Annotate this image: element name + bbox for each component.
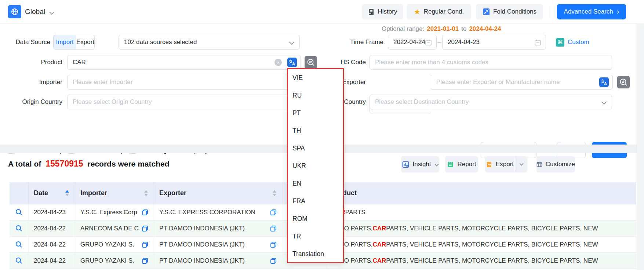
exporter-cell: PT DAMCO INDONESIA (JKT): [154, 253, 283, 269]
scrollbar-track[interactable]: [637, 24, 644, 270]
copy-icon[interactable]: [270, 225, 277, 232]
history-button-label: History: [378, 8, 397, 15]
region-selector-label[interactable]: Global: [25, 0, 45, 23]
date-cell: 2024-04-22: [29, 253, 75, 269]
calendar-icon: [425, 39, 432, 46]
insight-button[interactable]: BI Insight: [401, 156, 439, 172]
translate-language-dropdown: VIE RU PT TH SPA UKR EN FRA ROM TR Trans…: [287, 68, 344, 263]
chevron-down-icon: [519, 161, 523, 165]
copy-icon[interactable]: [270, 257, 277, 264]
importer-name[interactable]: GRUPO YAZAKI S.: [80, 241, 134, 248]
history-button[interactable]: History: [362, 4, 403, 19]
language-option[interactable]: FRA: [288, 192, 343, 210]
importer-name[interactable]: GRUPO YAZAKI S.: [80, 257, 134, 264]
language-option[interactable]: RU: [288, 87, 343, 104]
insight-label: Insight: [412, 161, 431, 168]
copy-icon[interactable]: [270, 209, 277, 216]
fold-conditions-button-label: Fold Conditions: [493, 8, 536, 15]
sort-importer-control[interactable]: [144, 190, 148, 196]
view-detail-icon[interactable]: [15, 208, 23, 216]
language-option[interactable]: PT: [288, 104, 343, 122]
header-date-label: Date: [34, 189, 48, 197]
origin-country-select[interactable]: Please select Origin Country: [67, 95, 301, 109]
header-exporter: Exporter: [154, 182, 283, 204]
importer-name[interactable]: Y.S.C. Express Corp: [80, 209, 137, 216]
row-detail-cell: [10, 253, 29, 269]
swap-search-icon: [619, 78, 628, 87]
star-icon: ★: [414, 8, 421, 15]
custom-time-button[interactable]: ⌘ Custom: [556, 35, 589, 50]
exporter-name[interactable]: PT DAMCO INDONESIA (JKT): [159, 241, 245, 248]
translate-search-button[interactable]: [617, 76, 630, 88]
language-option[interactable]: EN: [288, 175, 343, 192]
hs-code-input[interactable]: [370, 55, 612, 70]
language-option[interactable]: ROM: [288, 210, 343, 227]
header-exporter-label: Exporter: [159, 189, 186, 197]
topbar-divider: [549, 6, 549, 18]
export-tab[interactable]: Export: [76, 35, 94, 49]
hs-code-label: HS Code: [312, 55, 366, 70]
import-tab[interactable]: Import: [54, 35, 76, 49]
export-button[interactable]: Export: [485, 156, 514, 172]
product-highlight: CAR: [372, 257, 386, 264]
header-importer: Importer: [75, 182, 154, 204]
product-cell: CAR PARTS: [327, 204, 636, 220]
header-product: Product: [327, 182, 636, 204]
header-importer-label: Importer: [80, 189, 107, 197]
clear-icon[interactable]: ×: [274, 59, 282, 66]
importer-input[interactable]: [67, 75, 301, 90]
destination-country-select[interactable]: Please select Destination Country: [370, 95, 612, 109]
product-label: Product: [0, 55, 62, 70]
data-source-toggle: Import Export: [53, 35, 95, 50]
row-detail-cell: [10, 220, 29, 236]
language-option[interactable]: TR: [288, 227, 343, 245]
svg-text:BI: BI: [406, 164, 409, 167]
copy-icon[interactable]: [141, 225, 149, 232]
advanced-search-button[interactable]: Advanced Search ›: [557, 4, 626, 19]
fold-conditions-button[interactable]: Fold Conditions: [476, 4, 543, 19]
report-button[interactable]: Report: [445, 156, 478, 172]
export-dropdown-button[interactable]: [515, 156, 527, 172]
exporter-name[interactable]: PT DAMCO INDONESIA (JKT): [159, 225, 245, 232]
view-detail-icon[interactable]: [15, 241, 23, 248]
importer-cell: GRUPO YAZAKI S.: [75, 237, 154, 252]
header-detail-column: [10, 182, 29, 204]
sort-exporter-control[interactable]: [273, 190, 276, 196]
calendar-icon: [534, 39, 541, 46]
exporter-cell: PT DAMCO INDONESIA (JKT): [154, 237, 283, 252]
view-detail-icon[interactable]: [15, 225, 23, 232]
data-sources-select[interactable]: 102 data sources selected: [119, 35, 300, 50]
sort-date-control[interactable]: [65, 190, 69, 196]
language-option[interactable]: SPA: [288, 139, 343, 157]
language-option[interactable]: TH: [288, 122, 343, 139]
translate-icon[interactable]: A: [599, 77, 609, 87]
exporter-cell: Y.S.C. EXPRESS CORPORATION: [154, 204, 283, 220]
exporter-name[interactable]: Y.S.C. EXPRESS CORPORATION: [159, 209, 255, 216]
regular-cond-button[interactable]: ★ Regular Cond.: [407, 4, 471, 19]
globe-logo[interactable]: [8, 5, 21, 18]
exporter-name[interactable]: PT DAMCO INDONESIA (JKT): [159, 257, 245, 264]
exporter-input[interactable]: [431, 75, 613, 90]
time-frame-end-value: 2024-04-23: [443, 39, 480, 46]
importer-label: Importer: [0, 75, 62, 90]
importer-name[interactable]: ARNECOM SA DE C: [80, 225, 139, 232]
product-cell: AUTO PARTS, CAR PARTS, VEHICLE PARTS, MO…: [327, 253, 636, 269]
copy-icon[interactable]: [141, 241, 149, 248]
date-cell: 2024-04-23: [29, 204, 75, 220]
destination-country-placeholder: Please select Destination Country: [370, 98, 469, 106]
product-input[interactable]: [67, 55, 301, 70]
translate-icon[interactable]: A: [287, 58, 297, 67]
copy-icon[interactable]: [270, 241, 277, 248]
customize-button[interactable]: Customize: [536, 156, 575, 172]
copy-icon[interactable]: [141, 209, 149, 216]
language-option[interactable]: Translation: [288, 245, 343, 263]
chevron-down-icon[interactable]: [49, 10, 54, 15]
row-detail-cell: [10, 237, 29, 252]
language-option[interactable]: UKR: [288, 157, 343, 175]
copy-icon[interactable]: [141, 257, 149, 264]
time-frame-end-input[interactable]: 2024-04-23: [442, 35, 546, 50]
language-option[interactable]: VIE: [288, 69, 343, 87]
time-frame-label: Time Frame: [330, 35, 383, 50]
time-frame-start-input[interactable]: 2022-04-24: [388, 35, 437, 50]
view-detail-icon[interactable]: [15, 257, 23, 264]
